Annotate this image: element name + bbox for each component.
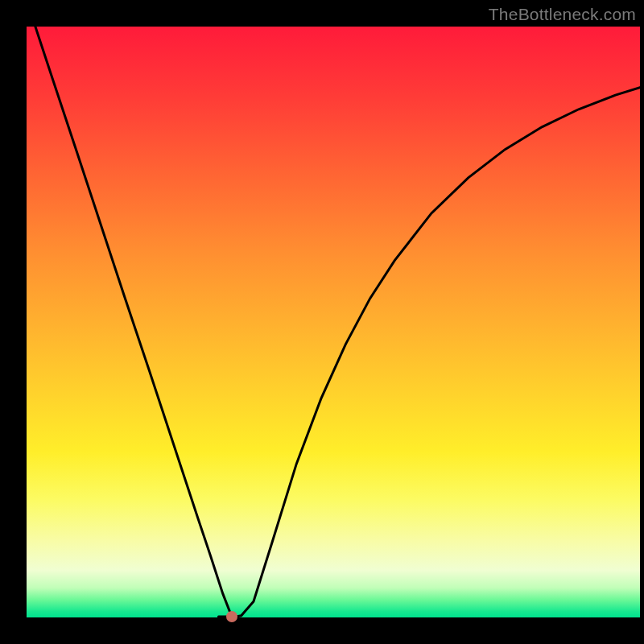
chart-frame: TheBottleneck.com [0, 0, 644, 644]
bottleneck-curve [27, 27, 640, 617]
watermark-text: TheBottleneck.com [489, 5, 636, 24]
plot-area [27, 27, 640, 617]
optimum-marker [226, 611, 237, 622]
